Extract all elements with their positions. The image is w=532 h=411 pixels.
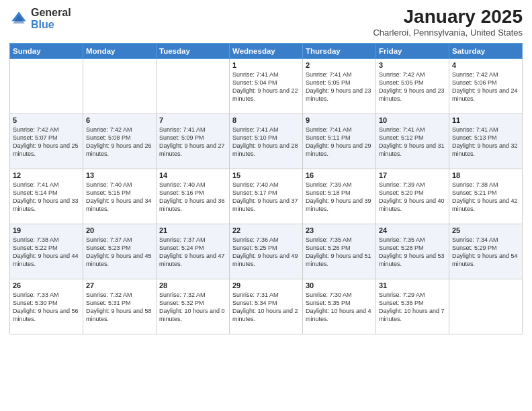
calendar-cell: 6Sunrise: 7:42 AM Sunset: 5:08 PM Daylig… [83, 113, 157, 169]
calendar-cell [449, 279, 523, 334]
calendar-cell: 24Sunrise: 7:35 AM Sunset: 5:28 PM Dayli… [376, 224, 449, 279]
calendar-cell: 30Sunrise: 7:30 AM Sunset: 5:35 PM Dayli… [303, 279, 376, 334]
day-number: 26 [13, 281, 80, 289]
day-number: 25 [452, 226, 519, 234]
calendar-cell: 12Sunrise: 7:41 AM Sunset: 5:14 PM Dayli… [10, 169, 83, 224]
calendar-cell: 4Sunrise: 7:42 AM Sunset: 5:06 PM Daylig… [449, 58, 523, 113]
day-detail: Sunrise: 7:34 AM Sunset: 5:29 PM Dayligh… [452, 236, 519, 269]
calendar-cell: 14Sunrise: 7:40 AM Sunset: 5:16 PM Dayli… [157, 169, 230, 224]
title-block: January 2025 Charleroi, Pennsylvania, Un… [373, 7, 523, 38]
day-number: 15 [232, 171, 300, 179]
day-number: 20 [86, 226, 153, 234]
header: General Blue January 2025 Charleroi, Pen… [9, 7, 523, 38]
day-number: 10 [379, 116, 446, 124]
day-number: 24 [379, 226, 446, 234]
logo: General Blue [9, 7, 71, 30]
calendar-cell: 28Sunrise: 7:32 AM Sunset: 5:32 PM Dayli… [157, 279, 230, 334]
calendar-cell [157, 58, 230, 113]
day-number: 16 [306, 171, 373, 179]
calendar-cell: 16Sunrise: 7:39 AM Sunset: 5:18 PM Dayli… [303, 169, 376, 224]
calendar-cell: 9Sunrise: 7:41 AM Sunset: 5:11 PM Daylig… [303, 113, 376, 169]
day-detail: Sunrise: 7:40 AM Sunset: 5:16 PM Dayligh… [159, 181, 226, 214]
day-detail: Sunrise: 7:41 AM Sunset: 5:04 PM Dayligh… [232, 71, 300, 103]
calendar-cell: 29Sunrise: 7:31 AM Sunset: 5:34 PM Dayli… [230, 279, 303, 334]
calendar-cell: 13Sunrise: 7:40 AM Sunset: 5:15 PM Dayli… [83, 169, 157, 224]
day-number: 11 [452, 116, 519, 124]
weekday-header-thursday: Thursday [303, 43, 376, 58]
day-detail: Sunrise: 7:41 AM Sunset: 5:14 PM Dayligh… [13, 181, 80, 214]
calendar-week-row: 5Sunrise: 7:42 AM Sunset: 5:07 PM Daylig… [10, 113, 523, 169]
day-detail: Sunrise: 7:37 AM Sunset: 5:23 PM Dayligh… [86, 236, 153, 269]
month-title: January 2025 [373, 7, 523, 28]
calendar-cell: 3Sunrise: 7:42 AM Sunset: 5:05 PM Daylig… [376, 58, 449, 113]
day-detail: Sunrise: 7:42 AM Sunset: 5:06 PM Dayligh… [452, 71, 519, 103]
logo-general-text: General [31, 7, 71, 19]
day-number: 4 [452, 61, 519, 69]
location: Charleroi, Pennsylvania, United States [373, 28, 523, 38]
calendar-week-row: 26Sunrise: 7:33 AM Sunset: 5:30 PM Dayli… [10, 279, 523, 334]
logo-text: General Blue [31, 7, 71, 30]
day-number: 12 [13, 171, 80, 179]
calendar-cell: 7Sunrise: 7:41 AM Sunset: 5:09 PM Daylig… [157, 113, 230, 169]
calendar-cell: 26Sunrise: 7:33 AM Sunset: 5:30 PM Dayli… [10, 279, 83, 334]
day-number: 18 [452, 171, 519, 179]
day-detail: Sunrise: 7:29 AM Sunset: 5:36 PM Dayligh… [379, 291, 446, 324]
day-number: 17 [379, 171, 446, 179]
day-detail: Sunrise: 7:40 AM Sunset: 5:15 PM Dayligh… [86, 181, 153, 214]
day-number: 21 [159, 226, 226, 234]
day-detail: Sunrise: 7:40 AM Sunset: 5:17 PM Dayligh… [232, 181, 300, 214]
day-number: 30 [306, 281, 373, 289]
calendar-cell [10, 58, 83, 113]
weekday-header-saturday: Saturday [449, 43, 523, 58]
day-number: 22 [232, 226, 300, 234]
logo-blue-text: Blue [31, 19, 71, 31]
day-number: 19 [13, 226, 80, 234]
weekday-header-sunday: Sunday [10, 43, 83, 58]
day-detail: Sunrise: 7:41 AM Sunset: 5:11 PM Dayligh… [306, 126, 373, 158]
day-number: 3 [379, 61, 446, 69]
weekday-header-monday: Monday [83, 43, 157, 58]
calendar-cell: 27Sunrise: 7:32 AM Sunset: 5:31 PM Dayli… [83, 279, 157, 334]
calendar-cell: 11Sunrise: 7:41 AM Sunset: 5:13 PM Dayli… [449, 113, 523, 169]
calendar-cell: 20Sunrise: 7:37 AM Sunset: 5:23 PM Dayli… [83, 224, 157, 279]
day-detail: Sunrise: 7:31 AM Sunset: 5:34 PM Dayligh… [232, 291, 300, 324]
calendar-cell: 19Sunrise: 7:38 AM Sunset: 5:22 PM Dayli… [10, 224, 83, 279]
day-detail: Sunrise: 7:35 AM Sunset: 5:28 PM Dayligh… [379, 236, 446, 269]
calendar-cell: 23Sunrise: 7:35 AM Sunset: 5:26 PM Dayli… [303, 224, 376, 279]
calendar-cell [83, 58, 157, 113]
day-number: 31 [379, 281, 446, 289]
day-number: 28 [159, 281, 226, 289]
logo-icon [9, 9, 28, 28]
weekday-header-tuesday: Tuesday [157, 43, 230, 58]
day-detail: Sunrise: 7:41 AM Sunset: 5:09 PM Dayligh… [159, 126, 226, 158]
day-detail: Sunrise: 7:35 AM Sunset: 5:26 PM Dayligh… [306, 236, 373, 269]
weekday-header-row: SundayMondayTuesdayWednesdayThursdayFrid… [10, 43, 523, 58]
day-number: 8 [232, 116, 300, 124]
day-number: 5 [13, 116, 80, 124]
calendar-cell: 5Sunrise: 7:42 AM Sunset: 5:07 PM Daylig… [10, 113, 83, 169]
day-detail: Sunrise: 7:41 AM Sunset: 5:13 PM Dayligh… [452, 126, 519, 158]
calendar-cell: 17Sunrise: 7:39 AM Sunset: 5:20 PM Dayli… [376, 169, 449, 224]
day-detail: Sunrise: 7:41 AM Sunset: 5:12 PM Dayligh… [379, 126, 446, 158]
calendar-cell: 15Sunrise: 7:40 AM Sunset: 5:17 PM Dayli… [230, 169, 303, 224]
calendar-cell: 18Sunrise: 7:38 AM Sunset: 5:21 PM Dayli… [449, 169, 523, 224]
calendar-cell: 25Sunrise: 7:34 AM Sunset: 5:29 PM Dayli… [449, 224, 523, 279]
day-detail: Sunrise: 7:39 AM Sunset: 5:20 PM Dayligh… [379, 181, 446, 214]
calendar-cell: 10Sunrise: 7:41 AM Sunset: 5:12 PM Dayli… [376, 113, 449, 169]
day-number: 6 [86, 116, 153, 124]
day-number: 14 [159, 171, 226, 179]
day-detail: Sunrise: 7:37 AM Sunset: 5:24 PM Dayligh… [159, 236, 226, 269]
calendar-week-row: 12Sunrise: 7:41 AM Sunset: 5:14 PM Dayli… [10, 169, 523, 224]
day-number: 23 [306, 226, 373, 234]
day-number: 9 [306, 116, 373, 124]
calendar-cell: 21Sunrise: 7:37 AM Sunset: 5:24 PM Dayli… [157, 224, 230, 279]
weekday-header-friday: Friday [376, 43, 449, 58]
day-detail: Sunrise: 7:33 AM Sunset: 5:30 PM Dayligh… [13, 291, 80, 324]
calendar-cell: 1Sunrise: 7:41 AM Sunset: 5:04 PM Daylig… [230, 58, 303, 113]
day-detail: Sunrise: 7:30 AM Sunset: 5:35 PM Dayligh… [306, 291, 373, 324]
day-detail: Sunrise: 7:42 AM Sunset: 5:05 PM Dayligh… [379, 71, 446, 103]
day-number: 2 [306, 61, 373, 69]
day-detail: Sunrise: 7:32 AM Sunset: 5:31 PM Dayligh… [86, 291, 153, 324]
calendar-week-row: 19Sunrise: 7:38 AM Sunset: 5:22 PM Dayli… [10, 224, 523, 279]
calendar-week-row: 1Sunrise: 7:41 AM Sunset: 5:04 PM Daylig… [10, 58, 523, 113]
